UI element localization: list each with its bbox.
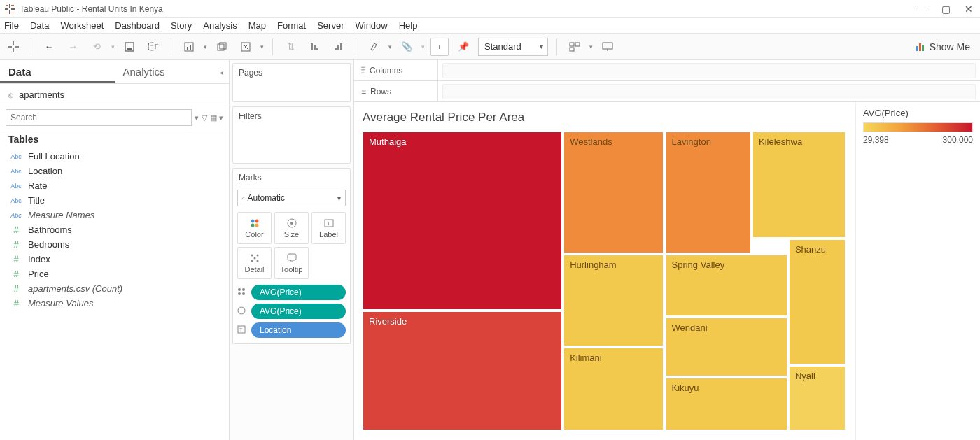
treemap-cell-kileleshwa[interactable]: Kileleshwa <box>752 131 846 239</box>
field-rate[interactable]: AbcRate <box>3 178 226 193</box>
field-full-location[interactable]: AbcFull Location <box>3 149 226 164</box>
datasource-row[interactable]: ⎋ apartments <box>0 84 229 106</box>
treemap-cell-riverside[interactable]: Riverside <box>362 311 563 431</box>
filters-shelf[interactable]: Filters <box>232 106 351 164</box>
treemap-cell-muthaiga[interactable]: Muthaiga <box>362 131 563 311</box>
treemap-cell-westlands[interactable]: Westlands <box>563 131 664 254</box>
labels-button[interactable]: T <box>430 38 449 56</box>
revert-button[interactable]: ⟲ <box>88 38 106 56</box>
maximize-button[interactable]: ▢ <box>941 3 951 15</box>
tooltip-card[interactable]: Tooltip <box>274 247 309 279</box>
menu-analysis[interactable]: Analysis <box>203 20 237 31</box>
redo-button[interactable]: → <box>64 38 82 56</box>
search-input[interactable] <box>6 109 192 126</box>
color-card[interactable]: Color <box>237 212 272 244</box>
new-worksheet-button[interactable] <box>180 38 198 56</box>
field-price[interactable]: #Price <box>3 267 226 281</box>
mark-pill[interactable]: AVG(Price) <box>237 285 346 300</box>
show-me-button[interactable]: Show Me <box>916 41 976 52</box>
svg-point-56 <box>238 307 245 314</box>
tab-data[interactable]: Data <box>0 60 115 83</box>
tab-analytics[interactable]: Analytics◂ <box>115 60 230 83</box>
treemap-cell-kilimani[interactable]: Kilimani <box>563 347 664 431</box>
svg-point-39 <box>255 220 258 223</box>
menu-format[interactable]: Format <box>277 20 306 31</box>
presentation-button[interactable] <box>598 38 617 56</box>
field-bedrooms[interactable]: #Bedrooms <box>3 237 226 252</box>
new-data-button[interactable]: + <box>144 38 162 56</box>
search-dropdown-icon[interactable]: ▾ <box>195 113 199 122</box>
pin-button[interactable]: 📌 <box>454 38 472 56</box>
field-measure-names[interactable]: AbcMeasure Names <box>3 208 226 222</box>
detail-card[interactable]: Detail <box>237 247 272 279</box>
minimize-button[interactable]: — <box>918 3 927 15</box>
treemap-cell-kikuyu[interactable]: Kikuyu <box>665 377 788 431</box>
collapse-icon[interactable]: ◂ <box>220 68 223 76</box>
treemap-cell-spring-valley[interactable]: Spring Valley <box>665 254 788 317</box>
menu-worksheet[interactable]: Worksheet <box>60 20 104 31</box>
menu-window[interactable]: Window <box>355 20 387 31</box>
view-icon[interactable]: ▦ ▾ <box>210 113 223 122</box>
menu-story[interactable]: Story <box>171 20 192 31</box>
swap-button[interactable]: ⇅ <box>281 38 300 56</box>
svg-point-48 <box>251 260 253 262</box>
rows-shelf[interactable]: ≡Rows <box>354 81 980 102</box>
color-legend[interactable]: AVG(Price) 29,398 300,000 <box>855 102 980 440</box>
svg-rect-7 <box>11 13 14 13</box>
mark-type-dropdown[interactable]: ▫ Automatic ▾ <box>237 190 346 206</box>
columns-shelf[interactable]: ⦙⦙⦙Columns <box>354 60 980 81</box>
attach-button[interactable]: 📎 <box>398 38 416 56</box>
field-location[interactable]: AbcLocation <box>3 164 226 178</box>
svg-rect-51 <box>288 254 296 260</box>
svg-rect-32 <box>570 48 574 51</box>
fit-dropdown[interactable]: Standard ▾ <box>478 38 548 56</box>
svg-text:T: T <box>327 220 330 227</box>
size-icon <box>237 306 247 316</box>
filter-icon[interactable]: ▽ <box>202 113 207 122</box>
menu-map[interactable]: Map <box>248 20 266 31</box>
mark-pill[interactable]: TLocation <box>237 322 346 338</box>
menu-dashboard[interactable]: Dashboard <box>115 20 160 31</box>
cards-button[interactable] <box>566 38 584 56</box>
viz-title[interactable]: Average Rental Price Per Area <box>361 111 847 125</box>
field-apartments-csv-count-[interactable]: #apartments.csv (Count) <box>3 281 226 296</box>
sort-desc-button[interactable] <box>329 38 347 56</box>
legend-gradient <box>863 122 973 132</box>
duplicate-button[interactable] <box>213 38 231 56</box>
chevron-down-icon: ▾ <box>337 194 341 202</box>
svg-point-38 <box>251 220 254 223</box>
menu-help[interactable]: Help <box>399 20 418 31</box>
field-title[interactable]: AbcTitle <box>3 193 226 208</box>
svg-rect-16 <box>185 43 193 51</box>
treemap-cell-hurlingham[interactable]: Hurlingham <box>563 254 664 347</box>
svg-rect-26 <box>316 48 318 50</box>
legend-min: 29,398 <box>863 135 889 145</box>
pages-shelf[interactable]: Pages <box>232 63 351 102</box>
menu-server[interactable]: Server <box>317 20 344 31</box>
treemap-cell-shanzu[interactable]: Shanzu <box>788 239 846 364</box>
undo-button[interactable]: ← <box>40 38 58 56</box>
sort-asc-button[interactable] <box>305 38 323 56</box>
svg-point-46 <box>251 255 253 257</box>
clear-button[interactable] <box>237 38 255 56</box>
tooltip-icon <box>286 253 298 264</box>
treemap-chart[interactable]: MuthaigaRiversideWestlandsLavingtonKilel… <box>361 130 847 432</box>
treemap-cell-wendani[interactable]: Wendani <box>665 317 788 377</box>
close-button[interactable]: ✕ <box>965 3 973 15</box>
mark-pill[interactable]: AVG(Price) <box>237 304 346 319</box>
tableau-icon[interactable] <box>4 38 22 56</box>
treemap-cell-nyali[interactable]: Nyali <box>788 365 846 431</box>
save-button[interactable] <box>120 38 139 56</box>
label-card[interactable]: TLabel <box>312 212 346 244</box>
string-field-icon: Abc <box>10 212 22 219</box>
menu-file[interactable]: File <box>4 20 19 31</box>
color-icon <box>249 218 260 229</box>
highlight-button[interactable] <box>365 38 383 56</box>
svg-point-49 <box>256 260 258 262</box>
treemap-cell-lavington[interactable]: Lavington <box>665 131 752 254</box>
menu-data[interactable]: Data <box>30 20 49 31</box>
field-index[interactable]: #Index <box>3 252 226 267</box>
field-measure-values[interactable]: #Measure Values <box>3 296 226 311</box>
size-card[interactable]: Size <box>274 212 309 244</box>
field-bathrooms[interactable]: #Bathrooms <box>3 222 226 237</box>
